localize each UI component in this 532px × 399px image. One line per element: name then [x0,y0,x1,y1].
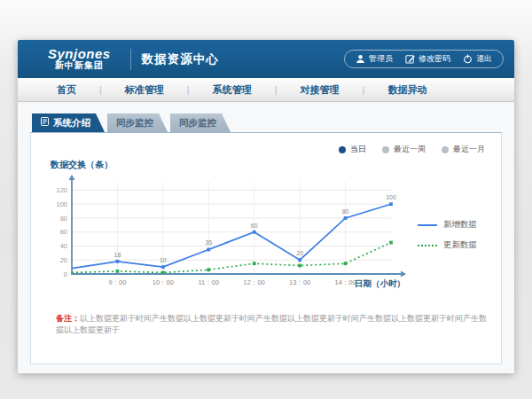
chart-panel: 当日 最近一周 最近一月 数据交换（条） 0204060801001209：00… [30,132,502,364]
radio-dot-icon [382,146,389,153]
svg-text:11：00: 11：00 [198,278,219,286]
svg-text:40: 40 [60,242,67,250]
svg-text:20: 20 [60,256,67,264]
logo-text: Synjones [48,47,111,61]
nav-item-interface-mgmt[interactable]: 对接管理 [278,83,363,97]
solid-line-icon [418,224,437,226]
legend-item-updated-data: 更新数据 [418,239,477,251]
content-area: 系统介绍 同步监控 同步监控 当日 最近一周 [18,102,514,373]
app-title: 数据资源中心 [142,51,219,67]
chart-row: 0204060801001209：0010：0011：0012：0013：001… [42,173,490,297]
main-nav: 首页 | 标准管理 | 系统管理 | 对接管理 | 数据异动 [18,78,514,102]
y-axis-title: 数据交换（条） [51,159,490,171]
nav-item-system-mgmt[interactable]: 系统管理 [190,83,275,97]
tab-label: 系统介绍 [53,113,90,132]
legend-label: 更新数据 [443,239,477,251]
footnote: 备注：以上数据更新于时间产生数据以上数据更新于时间产生数据以上数据更新于时间产生… [42,313,490,335]
current-user-button[interactable]: 管理员 [356,53,393,65]
radio-last-month[interactable]: 最近一月 [442,144,485,155]
logout-button[interactable]: 退出 [463,53,492,65]
radio-label: 最近一周 [394,144,426,155]
change-password-label: 修改密码 [419,53,450,65]
app-window: Synjones 新中新集团 数据资源中心 管理员 修改密码 退出 首页 | 标… [18,40,514,373]
edit-icon [405,54,415,64]
svg-text:20: 20 [296,250,303,256]
line-chart: 0204060801001209：0010：0011：0012：0013：001… [42,173,407,297]
time-range-filter: 当日 最近一周 最近一月 [42,140,490,157]
change-password-button[interactable]: 修改密码 [405,53,450,65]
radio-today[interactable]: 当日 [339,144,366,155]
logout-label: 退出 [476,53,492,65]
document-icon [41,113,49,132]
svg-text:9：00: 9：00 [108,278,126,286]
svg-text:120: 120 [56,186,67,194]
tab-label: 同步监控 [116,113,153,132]
svg-text:60: 60 [60,228,67,236]
svg-text:18: 18 [114,252,121,258]
svg-text:14：00: 14：00 [334,278,356,286]
svg-text:日期（小时）: 日期（小时） [355,278,405,289]
svg-text:60: 60 [251,223,258,229]
svg-text:12：00: 12：00 [244,278,265,286]
header-divider [130,49,131,70]
svg-text:80: 80 [60,215,67,223]
tab-sync-monitor-1[interactable]: 同步监控 [107,113,168,132]
nav-item-home[interactable]: 首页 [34,83,99,97]
nav-item-data-change[interactable]: 数据异动 [364,83,450,97]
legend-item-new-data: 新增数据 [418,219,477,231]
tab-sync-monitor-2[interactable]: 同步监控 [170,113,231,132]
footnote-label: 备注： [56,314,80,323]
header: Synjones 新中新集团 数据资源中心 管理员 修改密码 退出 [18,40,514,78]
logo: Synjones 新中新集团 [28,47,120,70]
svg-text:0: 0 [64,270,67,278]
chart-legend: 新增数据 更新数据 [418,219,477,251]
svg-text:80: 80 [342,208,349,215]
radio-dot-icon [442,146,449,153]
user-icon [356,54,365,64]
svg-text:100: 100 [386,194,396,200]
svg-text:35: 35 [205,239,212,246]
svg-text:100: 100 [56,200,67,208]
user-toolbar: 管理员 修改密码 退出 [344,50,504,68]
legend-label: 新增数据 [443,219,477,231]
svg-text:10: 10 [160,257,167,263]
logo-subtext: 新中新集团 [55,61,104,71]
current-user-label: 管理员 [369,53,393,65]
tab-bar: 系统介绍 同步监控 同步监控 [32,113,502,132]
dotted-line-icon [418,245,437,246]
svg-text:10：00: 10：00 [153,278,174,286]
radio-label: 最近一月 [453,144,485,155]
footnote-text: 以上数据更新于时间产生数据以上数据更新于时间产生数据以上数据更新于时间产生数据以… [56,314,487,334]
power-icon [463,54,473,64]
nav-item-standard-mgmt[interactable]: 标准管理 [102,83,187,97]
radio-last-week[interactable]: 最近一周 [382,144,426,155]
tab-label: 同步监控 [179,113,216,132]
tab-system-intro[interactable]: 系统介绍 [32,113,105,132]
radio-label: 当日 [350,144,366,155]
svg-text:13：00: 13：00 [289,278,310,286]
radio-dot-icon [339,146,346,153]
